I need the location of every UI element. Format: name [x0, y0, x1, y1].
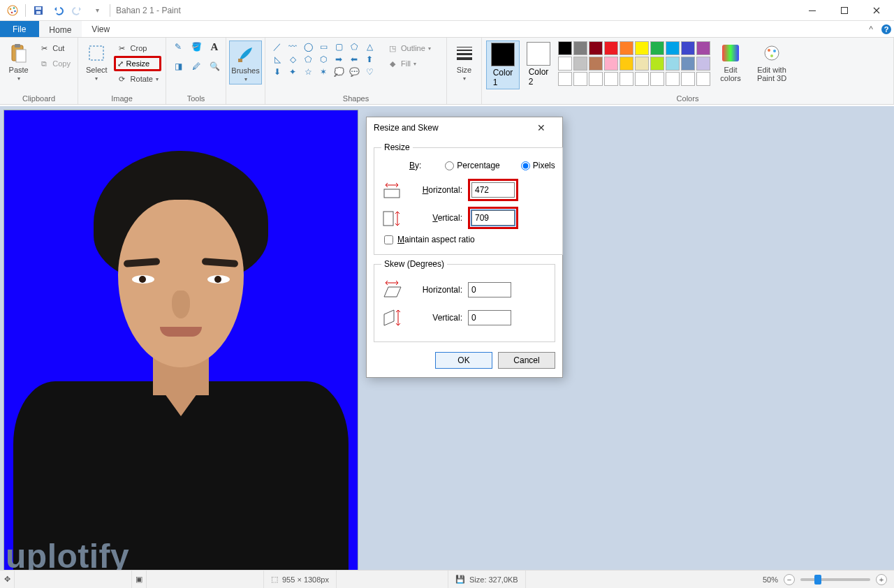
paste-button[interactable]: Paste ▾	[4, 41, 33, 83]
shape-rarrow-icon[interactable]: ➡	[331, 53, 346, 66]
zoom-in-button[interactable]: +	[876, 574, 887, 585]
shape-polygon-icon[interactable]: ⬠	[346, 41, 362, 53]
color-swatch[interactable]	[635, 41, 649, 55]
color-swatch[interactable]	[696, 41, 710, 55]
color-swatch[interactable]	[666, 72, 680, 86]
zoom-slider[interactable]	[800, 578, 870, 581]
picker-tool[interactable]: 🖉	[189, 60, 204, 73]
dialog-titlebar[interactable]: Resize and Skew ✕	[367, 117, 562, 138]
fill-tool[interactable]: 🪣	[189, 41, 204, 53]
collapse-ribbon-icon[interactable]: ^	[863, 21, 879, 37]
color-swatch[interactable]	[650, 41, 664, 55]
color-swatch[interactable]	[573, 72, 587, 86]
paint-app-icon[interactable]	[4, 2, 21, 19]
color-swatch[interactable]	[635, 57, 649, 71]
shape-uarrow-icon[interactable]: ⬆	[362, 53, 377, 66]
zoom-out-button[interactable]: −	[784, 574, 795, 585]
color-swatch[interactable]	[604, 72, 618, 86]
color-swatch[interactable]	[558, 41, 572, 55]
shape-rect-icon[interactable]: ▭	[316, 41, 331, 53]
color-swatch[interactable]	[696, 72, 710, 86]
shape-4star-icon[interactable]: ✦	[285, 66, 300, 78]
color-swatch[interactable]	[681, 57, 695, 71]
redo-icon[interactable]	[69, 2, 86, 19]
maximize-button[interactable]	[828, 0, 860, 21]
shape-curve-icon[interactable]: 〰	[285, 41, 300, 53]
paint3d-button[interactable]: Edit with Paint 3D	[750, 41, 793, 84]
shape-hexagon-icon[interactable]: ⬡	[316, 53, 331, 66]
resize-horizontal-input[interactable]	[471, 182, 515, 198]
text-tool[interactable]: A	[207, 41, 222, 53]
color-swatch[interactable]	[681, 72, 695, 86]
resize-button[interactable]: ⤢Resize	[114, 56, 161, 71]
close-button[interactable]	[860, 0, 893, 21]
shape-6star-icon[interactable]: ✶	[316, 66, 331, 78]
color-swatch[interactable]	[573, 41, 587, 55]
qat-dropdown-icon[interactable]: ▾	[89, 2, 105, 19]
shape-callout-round-icon[interactable]: 💭	[331, 66, 346, 78]
maintain-aspect-checkbox[interactable]	[384, 235, 393, 244]
color-palette-row3[interactable]	[557, 71, 711, 87]
color-swatch[interactable]	[620, 57, 633, 71]
skew-horizontal-input[interactable]	[468, 282, 511, 297]
cancel-button[interactable]: Cancel	[498, 352, 555, 369]
radio-percentage[interactable]: Percentage	[445, 161, 499, 170]
color2-button[interactable]: Color 2	[522, 41, 555, 88]
size-button[interactable]: Size ▾	[451, 41, 477, 83]
skew-vertical-input[interactable]	[468, 310, 511, 325]
resize-vertical-input[interactable]	[471, 210, 515, 226]
shape-darrow-icon[interactable]: ⬇	[270, 66, 285, 78]
color-swatch[interactable]	[604, 41, 618, 55]
color-swatch[interactable]	[650, 72, 664, 86]
tab-view[interactable]: View	[82, 21, 120, 37]
color-swatch[interactable]	[620, 72, 633, 86]
color-palette-row2[interactable]	[557, 56, 711, 71]
color-swatch[interactable]	[681, 41, 695, 55]
tab-home[interactable]: Home	[39, 21, 82, 37]
color-swatch[interactable]	[573, 57, 587, 71]
shape-larrow-icon[interactable]: ⬅	[346, 53, 362, 66]
shape-outline-button[interactable]: ◳Outline▾	[384, 41, 434, 56]
edit-colors-button[interactable]: Edit colors	[714, 41, 747, 84]
shape-callout-rect-icon[interactable]: 💬	[346, 66, 362, 78]
save-icon[interactable]	[30, 2, 47, 19]
color-swatch[interactable]	[666, 41, 680, 55]
color1-button[interactable]: Color 1	[486, 41, 520, 89]
color-swatch[interactable]	[589, 41, 603, 55]
color-swatch[interactable]	[666, 57, 680, 71]
ok-button[interactable]: OK	[435, 352, 492, 369]
color-swatch[interactable]	[635, 72, 649, 86]
magnifier-tool[interactable]: 🔍	[207, 60, 222, 73]
color-swatch[interactable]	[650, 57, 664, 71]
tab-file[interactable]: File	[0, 21, 39, 37]
shape-pentagon-icon[interactable]: ⬠	[300, 53, 316, 66]
radio-pixels[interactable]: Pixels	[521, 161, 555, 170]
select-button[interactable]: Select ▾	[82, 41, 111, 83]
shape-triangle-icon[interactable]: △	[362, 41, 377, 53]
undo-icon[interactable]	[50, 2, 66, 19]
crop-button[interactable]: ✂Crop	[114, 41, 161, 56]
color-palette-row1[interactable]	[557, 41, 711, 56]
cut-button[interactable]: ✂Cut	[36, 41, 73, 56]
help-icon[interactable]: ?	[879, 21, 894, 37]
shape-line-icon[interactable]: ／	[270, 41, 285, 53]
color-swatch[interactable]	[604, 57, 618, 71]
shape-roundrect-icon[interactable]: ▢	[331, 41, 346, 53]
minimize-button[interactable]	[796, 0, 828, 21]
color-swatch[interactable]	[558, 57, 572, 71]
shape-diamond-icon[interactable]: ◇	[285, 53, 300, 66]
dialog-close-button[interactable]: ✕	[527, 117, 555, 138]
color-swatch[interactable]	[620, 41, 633, 55]
image-canvas[interactable]: uplotify	[4, 110, 358, 571]
brushes-button[interactable]: Brushes ▾	[229, 41, 261, 84]
shape-oval-icon[interactable]: ◯	[300, 41, 316, 53]
shapes-gallery[interactable]: ／ 〰 ◯ ▭ ▢ ⬠ △ ◺ ◇ ⬠ ⬡ ➡ ⬅ ⬆ ⬇ ✦ ☆ ✶ 💭 💬	[270, 41, 377, 78]
shape-fill-button[interactable]: ◆Fill▾	[384, 56, 434, 71]
eraser-tool[interactable]: ◨	[170, 60, 186, 73]
pencil-tool[interactable]: ✎	[170, 41, 186, 53]
rotate-button[interactable]: ⟳Rotate▾	[114, 71, 161, 87]
shape-rtriangle-icon[interactable]: ◺	[270, 53, 285, 66]
color-swatch[interactable]	[589, 57, 603, 71]
color-swatch[interactable]	[696, 57, 710, 71]
color-swatch[interactable]	[589, 72, 603, 86]
